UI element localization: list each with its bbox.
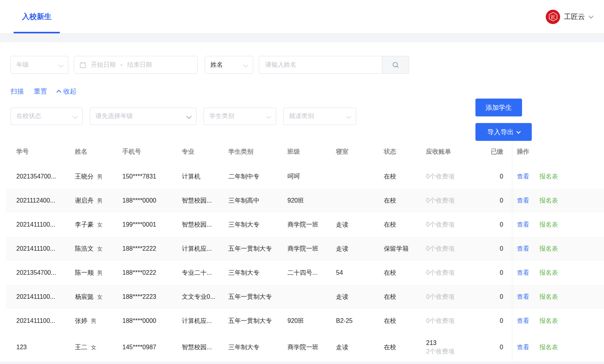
student-gender: 男 (97, 173, 103, 180)
cell-name: 张婷男 (69, 309, 116, 333)
cell-status: 在校 (378, 189, 420, 213)
search-button[interactable] (382, 56, 409, 74)
cell-bills: 0个收费项 (420, 189, 474, 213)
student-gender: 男 (97, 198, 103, 204)
cell-phone: 199****0001 (116, 213, 176, 237)
bill-count: 0个收费项 (426, 245, 454, 252)
cell-operations: 查看报名表 (512, 189, 604, 213)
app-header: 入校新生 匠 工匠云 (0, 0, 604, 34)
cell-status: 在校 (378, 213, 420, 237)
search-field-value: 姓名 (211, 61, 223, 69)
cell-paid: 0 (474, 261, 512, 285)
view-link[interactable]: 查看 (517, 269, 529, 276)
school-status-select[interactable]: 在校状态 (10, 107, 83, 125)
chevron-down-icon (588, 14, 593, 18)
table-row: 2021411100...陈浩文女188****2222计算机应...五年一贯制… (6, 237, 604, 261)
cell-operations: 查看报名表 (512, 237, 604, 261)
view-link[interactable]: 查看 (517, 317, 529, 324)
tab-new-students[interactable]: 入校新生 (14, 0, 60, 33)
search-icon (392, 61, 399, 69)
student-gender: 女 (97, 294, 103, 300)
filter-panel: 年级 开始日期 - 结束日期 姓名 (0, 42, 604, 125)
chevron-down-icon (186, 114, 191, 119)
page-background-strip (0, 362, 604, 364)
bill-count: 0个收费项 (426, 293, 454, 300)
registration-form-link[interactable]: 报名表 (540, 245, 558, 252)
view-link[interactable]: 查看 (517, 221, 529, 228)
registration-form-link[interactable]: 报名表 (540, 197, 558, 204)
registration-form-link[interactable]: 报名表 (540, 173, 558, 180)
table-row: 123王二女145****0987智慧校园...三年制大专商学院一班走读在校21… (6, 333, 604, 362)
cell-student-id: 2021112400... (6, 189, 69, 213)
view-link[interactable]: 查看 (517, 197, 529, 204)
chevron-down-icon (58, 62, 63, 68)
chevron-up-icon (56, 90, 61, 95)
view-link[interactable]: 查看 (517, 344, 529, 350)
cell-status: 在校 (378, 165, 420, 189)
student-name: 张婷 (75, 317, 87, 324)
bill-count: 0个收费项 (426, 197, 454, 204)
student-table: 学号 姓名 手机号 专业 学生类别 班级 寝室 状态 应收账单 已缴 操作 20… (6, 139, 604, 362)
brand-name: 工匠云 (564, 12, 585, 21)
col-dorm: 寝室 (330, 139, 378, 165)
cell-name: 王晓分男 (69, 165, 116, 189)
cell-dorm (330, 165, 378, 189)
table-row: 2021354700...陈一顺男188****0222专业二十...三年制大专… (6, 261, 604, 285)
cell-phone: 188****0222 (116, 261, 176, 285)
registration-form-link[interactable]: 报名表 (540, 221, 558, 228)
bill-amount: 213 (426, 339, 470, 347)
view-link[interactable]: 查看 (517, 245, 529, 252)
end-date-placeholder: 结束日期 (127, 61, 152, 69)
registration-form-link[interactable]: 报名表 (540, 344, 558, 350)
cell-student-type: 二年制中专 (222, 165, 281, 189)
cell-class: 商学院一班 (281, 237, 330, 261)
cell-status: 保留学籍 (378, 237, 420, 261)
cell-class: 920班 (281, 309, 330, 333)
registration-form-link[interactable]: 报名表 (540, 293, 558, 300)
brand-logo-icon: 匠 (546, 10, 560, 24)
account-menu[interactable]: 匠 工匠云 (546, 0, 593, 33)
chevron-down-icon (266, 114, 271, 119)
col-major: 专业 (176, 139, 222, 165)
student-gender: 女 (97, 246, 103, 252)
cell-student-type: 五年一贯制大专 (222, 309, 281, 333)
col-bills: 应收账单 (420, 139, 474, 165)
study-type-select[interactable]: 就读类别 (283, 107, 356, 125)
cell-bills: 0个收费项 (420, 285, 474, 309)
import-export-button[interactable]: 导入导出 (475, 123, 532, 141)
scan-link[interactable]: 扫描 (10, 87, 24, 96)
cell-major: 计算机应... (176, 309, 222, 333)
grade-select[interactable]: 年级 (10, 56, 68, 74)
cell-class: 商学院一班 (281, 213, 330, 237)
cell-student-type: 三年制大专 (222, 333, 281, 362)
reset-link[interactable]: 重置 (34, 87, 47, 96)
add-student-button[interactable]: 添加学生 (475, 99, 522, 116)
student-type-select[interactable]: 学生类别 (204, 107, 276, 125)
registration-form-link[interactable]: 报名表 (540, 269, 558, 276)
cell-dorm: 走读 (330, 333, 378, 362)
cell-status: 在校 (378, 261, 420, 285)
cell-class: 920班 (281, 189, 330, 213)
class-select[interactable]: 请先选择年级 (90, 107, 197, 125)
student-name: 杨宸懿 (75, 293, 94, 300)
cell-operations: 查看报名表 (512, 333, 604, 362)
view-link[interactable]: 查看 (517, 173, 529, 180)
date-range-picker[interactable]: 开始日期 - 结束日期 (74, 56, 198, 74)
cell-dorm: 走读 (330, 237, 378, 261)
name-search-input[interactable] (259, 56, 382, 74)
search-field-select[interactable]: 姓名 (205, 56, 253, 74)
cell-operations: 查看报名表 (512, 165, 604, 189)
cell-dorm: 走读 (330, 285, 378, 309)
cell-name: 李子豪女 (69, 213, 116, 237)
collapse-link[interactable]: 收起 (57, 87, 77, 96)
cell-phone: 188****2222 (116, 237, 176, 261)
date-separator: - (120, 61, 122, 68)
table-row: 2021411100...李子豪女199****0001智慧校园...三年制大专… (6, 213, 604, 237)
registration-form-link[interactable]: 报名表 (540, 317, 558, 324)
cell-name: 陈浩文女 (69, 237, 116, 261)
col-status: 状态 (378, 139, 420, 165)
view-link[interactable]: 查看 (517, 293, 529, 300)
cell-paid: 0 (474, 333, 512, 362)
cell-operations: 查看报名表 (512, 261, 604, 285)
cell-phone: 188****0000 (116, 189, 176, 213)
